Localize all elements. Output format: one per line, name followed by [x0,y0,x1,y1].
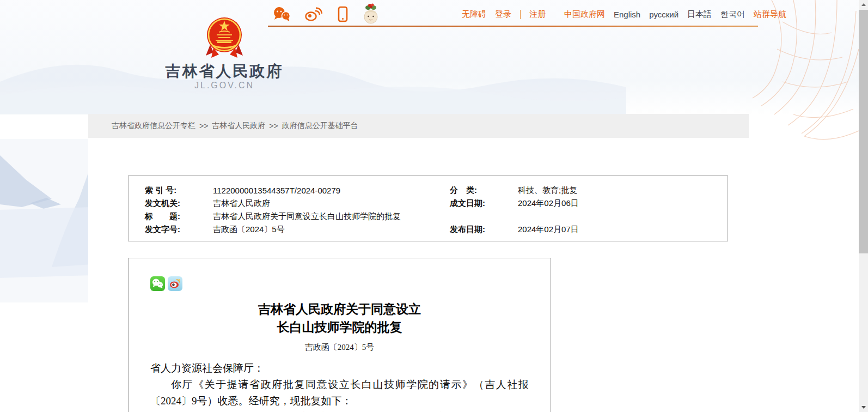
weibo-share-icon[interactable] [168,276,182,291]
meta-value: 科技、教育;批复 [518,185,577,196]
register-link[interactable]: 注册 [529,9,546,20]
meta-label: 分 类: [450,185,518,196]
meta-row-written-date: 成文日期: 2024年02月06日 [450,197,728,210]
scrollbar-thumb[interactable] [859,10,868,253]
meta-value: 2024年02月07日 [518,225,579,235]
document-title: 吉林省人民政府关于同意设立 长白山技师学院的批复 [150,300,529,336]
document-title-line2: 长白山技师学院的批复 [150,318,529,336]
meta-row-document-number: 发文字号: 吉政函〔2024〕5号 [145,223,450,236]
meta-label: 标 题: [145,211,213,222]
breadcrumb-separator: >> [269,122,278,130]
accessibility-link[interactable]: 无障碍 [462,9,486,20]
metadata-left-column: 索 引 号: 11220000013544357T/2024-00279 发文机… [129,184,450,241]
meta-label: 成文日期: [450,198,518,209]
meta-row-category: 分 类: 科技、教育;批复 [450,184,728,197]
scrollbar-down-arrow[interactable] [859,403,868,412]
breadcrumb-item-info-disclosure[interactable]: 吉林省政府信息公开专栏 [112,121,195,131]
breadcrumb: 吉林省政府信息公开专栏 >> 吉林省人民政府 >> 政府信息公开基础平台 [88,114,749,138]
mountain-lake-watermark [0,139,93,302]
document-body: 省人力资源社会保障厅： 你厅《关于提请省政府批复同意设立长白山技师学院的请示》（… [150,360,529,412]
meta-row-title: 标 题: 吉林省人民政府关于同意设立长白山技师学院的批复 [145,210,450,223]
meta-row-issuing-agency: 发文机关: 吉林省人民政府 [145,197,450,210]
meta-label: 索 引 号: [145,185,213,196]
header-divider-line [268,26,758,27]
paragraph-salutation: 省人力资源社会保障厅： [150,360,529,377]
lang-russian-link[interactable]: русский [649,10,678,19]
site-domain: JL.GOV.CN [126,81,322,90]
national-emblem-icon [158,16,291,60]
meta-value: 吉政函〔2024〕5号 [213,225,285,235]
wechat-share-icon[interactable] [150,276,165,291]
flower-line-watermark [750,0,859,163]
scrollbar-up-arrow[interactable] [859,0,868,9]
breadcrumb-item-government[interactable]: 吉林省人民政府 [212,121,265,131]
document-content-box: 吉林省人民政府关于同意设立 长白山技师学院的批复 吉政函〔2024〕5号 省人力… [128,258,551,412]
vertical-scrollbar[interactable] [859,0,868,412]
ginseng-mascot-icon[interactable] [363,3,379,26]
share-icon-row [150,276,529,292]
meta-row-publish-date: 发布日期: 2024年02月07日 [450,223,728,236]
paragraph-item-one: 一、同意设立长白山技师学院。举办者为吉林职业技术学院，办学地址在吉林省长白山保护… [150,409,529,412]
site-navigation-link[interactable]: 站群导航 [754,9,786,20]
meta-label: 发布日期: [450,225,518,235]
meta-value: 2024年02月06日 [518,198,579,209]
gov-cn-link[interactable]: 中国政府网 [564,9,605,20]
paragraph-intro: 你厅《关于提请省政府批复同意设立长白山技师学院的请示》（吉人社报〔2024〕9号… [150,377,529,409]
login-link[interactable]: 登录 [495,9,511,20]
document-number: 吉政函〔2024〕5号 [150,342,529,353]
meta-label: 发文字号: [145,225,213,235]
meta-row-index-number: 索 引 号: 11220000013544357T/2024-00279 [145,184,450,197]
breadcrumb-item-platform[interactable]: 政府信息公开基础平台 [282,121,358,131]
meta-row-empty [450,210,728,223]
lang-english-link[interactable]: English [614,10,640,19]
lang-korean-link[interactable]: 한국어 [720,9,745,20]
mobile-icon[interactable] [335,6,350,22]
document-metadata-box: 索 引 号: 11220000013544357T/2024-00279 发文机… [128,175,728,241]
document-title-line1: 吉林省人民政府关于同意设立 [150,300,529,318]
divider [520,10,521,19]
site-title: 吉林省人民政府 [126,61,322,82]
meta-value: 吉林省人民政府 [213,198,270,209]
metadata-right-column: 分 类: 科技、教育;批复 成文日期: 2024年02月06日 发布日期: 20… [450,184,728,241]
lang-japanese-link[interactable]: 日本語 [687,9,712,20]
topbar-link-row: 无障碍 登录 注册 中国政府网 English русский 日本語 한국어 … [462,9,786,20]
breadcrumb-separator: >> [199,122,208,130]
weibo-icon[interactable] [304,6,322,22]
meta-value: 11220000013544357T/2024-00279 [213,186,340,195]
meta-label: 发文机关: [145,198,213,209]
meta-value: 吉林省人民政府关于同意设立长白山技师学院的批复 [213,211,401,222]
